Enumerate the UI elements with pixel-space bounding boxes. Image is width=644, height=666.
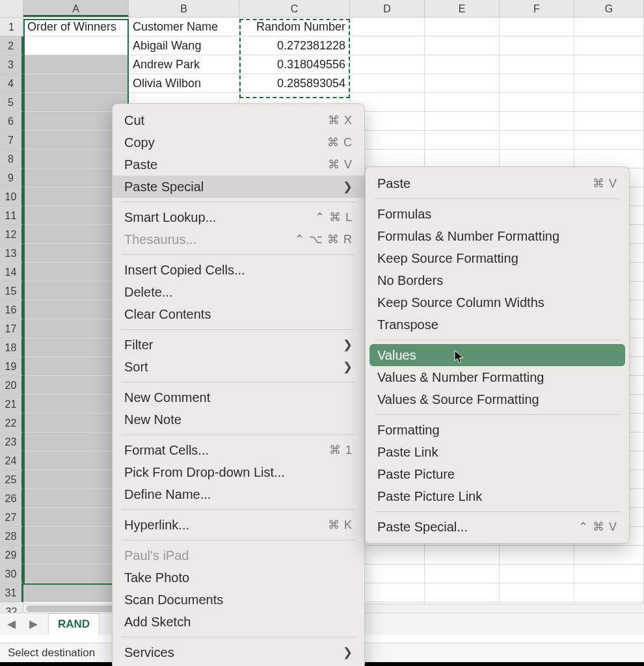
menu-item[interactable]: Values & Number Formatting xyxy=(366,366,629,388)
menu-item[interactable]: No Borders xyxy=(366,269,629,291)
cell[interactable]: Abigail Wang xyxy=(129,36,239,55)
cell[interactable] xyxy=(23,74,129,93)
menu-item[interactable]: Sort❯ xyxy=(113,356,364,378)
menu-item[interactable]: Format Cells...⌘ 1 xyxy=(113,439,364,461)
column-header-G[interactable]: G xyxy=(574,0,644,17)
cell[interactable] xyxy=(500,150,574,168)
row-header[interactable]: 31 xyxy=(0,583,23,602)
column-header-B[interactable]: B xyxy=(129,0,239,17)
cell[interactable] xyxy=(500,36,574,55)
row-header[interactable]: 29 xyxy=(0,546,23,565)
cell[interactable] xyxy=(500,546,574,565)
row-header[interactable]: 30 xyxy=(0,565,23,583)
cell[interactable] xyxy=(425,36,500,55)
row-header[interactable]: 6 xyxy=(0,112,23,131)
cell[interactable] xyxy=(574,150,644,168)
cell[interactable] xyxy=(425,93,500,112)
cell[interactable] xyxy=(425,150,500,168)
row-header[interactable]: 16 xyxy=(0,300,23,319)
menu-item[interactable]: Take Photo xyxy=(113,566,364,589)
cell[interactable] xyxy=(425,546,500,565)
cell[interactable] xyxy=(574,93,644,112)
cell[interactable]: Olivia Wilbon xyxy=(129,74,239,93)
cell[interactable] xyxy=(350,36,425,55)
row-header[interactable]: 4 xyxy=(0,74,23,93)
menu-item[interactable]: Paste Special...⌃ ⌘ V xyxy=(366,516,629,538)
menu-item[interactable]: Hyperlink...⌘ K xyxy=(113,514,364,536)
row-header[interactable]: 13 xyxy=(0,244,23,263)
row-header[interactable]: 27 xyxy=(0,508,23,527)
cell[interactable]: 0.272381228 xyxy=(239,36,350,55)
cell[interactable] xyxy=(425,565,500,583)
row-header[interactable]: 28 xyxy=(0,527,23,546)
menu-item[interactable]: Define Name... xyxy=(113,483,364,505)
menu-item[interactable]: Add Sketch xyxy=(113,611,364,633)
cell[interactable] xyxy=(574,546,644,565)
menu-item[interactable]: Values xyxy=(369,344,625,366)
cell[interactable] xyxy=(350,55,425,74)
row-header[interactable]: 12 xyxy=(0,225,23,244)
cell[interactable] xyxy=(425,55,500,74)
cell[interactable] xyxy=(425,112,500,131)
menu-item[interactable]: New Comment xyxy=(113,386,364,408)
menu-item[interactable]: Transpose xyxy=(366,313,629,336)
menu-item[interactable]: Paste Picture xyxy=(366,463,629,485)
cell[interactable] xyxy=(500,583,574,602)
menu-item[interactable]: Insert Copied Cells... xyxy=(113,259,364,281)
cell[interactable] xyxy=(574,583,644,602)
cell[interactable] xyxy=(425,131,500,150)
sheet-tab-active[interactable]: RAND xyxy=(48,613,100,635)
column-header-F[interactable]: F xyxy=(500,0,574,17)
menu-item[interactable]: Scan Documents xyxy=(113,589,364,611)
row-header[interactable]: 23 xyxy=(0,433,23,451)
cell[interactable]: Random Number xyxy=(239,18,350,36)
row-header[interactable]: 7 xyxy=(0,131,23,150)
menu-item[interactable]: Smart Lookup...⌃ ⌘ L xyxy=(113,206,364,228)
cell[interactable] xyxy=(574,18,644,36)
menu-item[interactable]: Paste Special❯ xyxy=(113,176,364,198)
menu-item[interactable]: Cut⌘ X xyxy=(113,109,364,131)
cell[interactable] xyxy=(574,74,644,93)
row-header[interactable]: 15 xyxy=(0,282,23,300)
menu-item[interactable]: Formulas xyxy=(366,203,629,225)
cell[interactable] xyxy=(500,131,574,150)
menu-item[interactable]: Pick From Drop-down List... xyxy=(113,461,364,483)
cell[interactable] xyxy=(500,93,574,112)
menu-item[interactable]: Formulas & Number Formatting xyxy=(366,225,629,247)
menu-item[interactable]: Keep Source Column Widths xyxy=(366,291,629,313)
row-header[interactable]: 26 xyxy=(0,489,23,508)
menu-item[interactable]: Paste Link xyxy=(366,441,629,463)
row-header[interactable]: 24 xyxy=(0,451,23,470)
cell[interactable] xyxy=(574,55,644,74)
cell[interactable] xyxy=(23,36,129,55)
menu-item[interactable]: Paste⌘ V xyxy=(366,172,629,194)
menu-item[interactable]: New Note xyxy=(113,408,364,431)
cell[interactable] xyxy=(23,55,129,74)
cell[interactable] xyxy=(574,565,644,583)
row-header[interactable]: 14 xyxy=(0,263,23,282)
row-header[interactable]: 1 xyxy=(0,18,23,36)
row-header[interactable]: 2 xyxy=(0,36,23,55)
cell[interactable] xyxy=(350,18,425,36)
row-header[interactable]: 3 xyxy=(0,55,23,74)
horizontal-scrollbar-thumb[interactable] xyxy=(26,606,117,612)
menu-item[interactable]: Services❯ xyxy=(113,641,364,663)
row-header[interactable]: 17 xyxy=(0,319,23,338)
cell[interactable] xyxy=(500,18,574,36)
menu-item[interactable]: Paste Picture Link xyxy=(366,485,629,507)
cell[interactable]: Order of Winners xyxy=(23,18,129,36)
cell[interactable]: Andrew Park xyxy=(129,55,239,74)
menu-item[interactable]: Formatting xyxy=(366,419,629,441)
menu-item[interactable]: Copy⌘ C xyxy=(113,131,364,153)
menu-item[interactable]: Clear Contents xyxy=(113,303,364,325)
row-header[interactable]: 22 xyxy=(0,414,23,433)
menu-item[interactable]: Filter❯ xyxy=(113,334,364,356)
cell[interactable] xyxy=(500,565,574,583)
column-header-A[interactable]: A xyxy=(23,0,129,17)
row-header[interactable]: 20 xyxy=(0,376,23,395)
sheet-nav-prev-icon[interactable]: ◀ xyxy=(0,617,22,631)
select-all-corner[interactable] xyxy=(0,0,23,17)
cell[interactable] xyxy=(500,55,574,74)
row-header[interactable]: 9 xyxy=(0,168,23,187)
menu-item[interactable]: Delete... xyxy=(113,281,364,303)
